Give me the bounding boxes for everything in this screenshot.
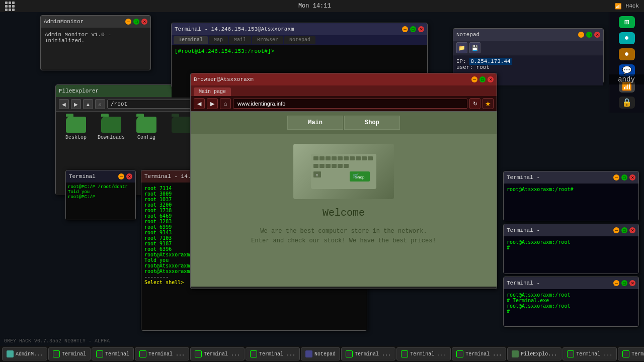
app-grid-icon[interactable] — [5, 2, 15, 11]
svg-rect-8 — [356, 156, 361, 160]
notepad-titlebar[interactable]: Notepad ─ □ ✕ — [453, 29, 603, 41]
browser-titlebar[interactable]: Browser@Atsxxoraxm ─ □ ✕ — [191, 73, 497, 85]
home-button[interactable]: ⌂ — [95, 99, 105, 109]
main-terminal-titlebar[interactable]: Terminal - 14.246.154.153@Atsxxoraxm ─ □… — [172, 23, 427, 35]
maximize-button[interactable]: □ — [479, 76, 486, 82]
admin-monitor-titlebar[interactable]: AdminMonitor ─ □ ✕ — [41, 16, 150, 28]
browser-url-bar[interactable] — [233, 99, 467, 109]
right-terminal-2-titlebar[interactable]: Terminal - ─ □ ✕ — [504, 224, 638, 236]
svg-rect-19 — [332, 164, 337, 168]
maximize-button[interactable]: □ — [621, 227, 627, 233]
taskbar-item-terminal-8[interactable]: Terminal ... — [452, 347, 506, 360]
taskbar-item-explorer[interactable]: FileExplo... — [507, 347, 561, 360]
browser-toolbar: ◀ ▶ ⌂ ↻ ★ — [191, 96, 497, 112]
taskbar-item-terminal-7[interactable]: Terminal ... — [396, 347, 451, 360]
right-term1-line: root@Atsxxoraxm:/root# — [507, 187, 635, 192]
notepad-open-button[interactable]: 📁 — [456, 42, 467, 53]
taskbar-item-admin[interactable]: AdminM... — [2, 347, 47, 360]
svg-rect-16 — [313, 164, 318, 168]
sidebar-icon-2[interactable]: ● — [619, 32, 635, 44]
taskbar-item-terminal-10[interactable]: Terminal ... — [618, 347, 644, 360]
close-button[interactable]: ✕ — [629, 227, 635, 233]
tab-browser[interactable]: Browser — [252, 36, 283, 44]
close-button[interactable]: ✕ — [629, 174, 635, 180]
right-terminal-1-titlebar[interactable]: Terminal - ─ □ ✕ — [504, 171, 638, 184]
minimize-button[interactable]: ─ — [613, 280, 619, 286]
svg-rect-10 — [368, 156, 373, 160]
small-terminal-titlebar[interactable]: Terminal ─ ✕ — [66, 170, 135, 183]
taskbar-label-terminal-2: Terminal — [105, 351, 129, 357]
browser-window: Browser@Atsxxoraxm ─ □ ✕ Main page ◀ ▶ ⌂… — [190, 73, 497, 289]
taskbar-label-terminal-8: Terminal ... — [465, 351, 502, 357]
right-terminal-3-titlebar[interactable]: Terminal - ─ □ ✕ — [504, 277, 638, 289]
browser-forward-button[interactable]: ▶ — [207, 98, 218, 109]
forward-button[interactable]: ▶ — [71, 99, 81, 109]
taskbar-label-terminal-9: Terminal ... — [576, 351, 612, 357]
tab-notepad[interactable]: Notepad — [284, 36, 315, 44]
taskbar-icon-terminal-6 — [346, 350, 353, 357]
close-button[interactable]: ✕ — [629, 280, 635, 286]
minimize-button[interactable]: ─ — [578, 32, 584, 38]
close-button[interactable]: ✕ — [126, 173, 132, 179]
close-button[interactable]: ✕ — [141, 19, 147, 25]
taskbar-label-admin: AdminM... — [16, 351, 43, 357]
taskbar-item-terminal-6[interactable]: Terminal ... — [341, 347, 395, 360]
admin-version-text: Admin Monitor v1.0 - Initialized. — [45, 32, 146, 44]
svg-rect-6 — [344, 156, 349, 160]
folder-label-desktop: Desktop — [65, 135, 87, 140]
window-controls: ─ □ ✕ — [402, 26, 424, 32]
maximize-button[interactable]: □ — [133, 19, 139, 25]
taskbar-item-terminal-5[interactable]: Terminal ... — [246, 347, 300, 360]
notepad-toolbar: 📁 💾 — [453, 41, 603, 55]
taskbar-item-terminal-4[interactable]: Terminal ... — [190, 347, 245, 360]
close-button[interactable]: ✕ — [488, 76, 494, 82]
minimize-button[interactable]: ─ — [613, 227, 619, 233]
taskbar-label-terminal-10: Terminal ... — [631, 351, 644, 357]
maximize-button[interactable]: □ — [410, 26, 416, 32]
minimize-button[interactable]: ─ — [118, 173, 124, 179]
right-terminal-2-body: root@Atsxxoraxm:/root # — [504, 236, 638, 274]
h4ck-label: H4ck — [626, 3, 639, 9]
taskbar-label-notepad: Notepad — [314, 351, 336, 357]
maximize-button[interactable]: □ — [586, 32, 592, 38]
right-term3-line-3: # — [507, 309, 635, 314]
up-button[interactable]: ▲ — [83, 99, 93, 109]
browser-nav-shop[interactable]: Shop — [344, 116, 400, 130]
browser-tab-main[interactable]: Main page — [194, 87, 231, 96]
top-bar-right: 📶 H4ck — [615, 3, 639, 10]
tab-mail[interactable]: Mail — [229, 36, 251, 44]
taskbar-icon-terminal-2 — [96, 350, 103, 357]
svg-rect-20 — [338, 164, 343, 168]
svg-text:#: # — [316, 173, 318, 177]
sidebar-icon-1[interactable]: ⊞ — [619, 16, 635, 28]
browser-back-button[interactable]: ◀ — [194, 98, 205, 109]
sidebar-icon-3[interactable]: ● — [619, 48, 635, 60]
taskbar-item-terminal-3[interactable]: Terminal ... — [135, 347, 189, 360]
svg-text:🛒: 🛒 — [353, 172, 359, 179]
taskbar-item-terminal-9[interactable]: Terminal ... — [562, 347, 617, 360]
browser-reload-button[interactable]: ↻ — [469, 98, 480, 109]
browser-favorite-button[interactable]: ★ — [482, 98, 494, 109]
taskbar-item-terminal-2[interactable]: Terminal — [92, 347, 134, 360]
back-button[interactable]: ◀ — [59, 99, 69, 109]
taskbar-icon-terminal-1 — [53, 350, 60, 357]
browser-nav-main[interactable]: Main — [287, 116, 343, 130]
sidebar-icon-6[interactable]: 🔒 — [619, 97, 635, 109]
minimize-button[interactable]: ─ — [471, 76, 477, 82]
tab-terminal[interactable]: Terminal — [174, 36, 208, 44]
notepad-save-button[interactable]: 💾 — [469, 42, 480, 53]
maximize-button[interactable]: □ — [621, 280, 627, 286]
close-button[interactable]: ✕ — [594, 32, 600, 38]
maximize-button[interactable]: □ — [621, 174, 627, 180]
close-button[interactable]: ✕ — [418, 26, 424, 32]
taskbar-item-terminal-1[interactable]: Terminal — [48, 347, 91, 360]
minimize-button[interactable]: ─ — [613, 174, 619, 180]
minimize-button[interactable]: ─ — [402, 26, 408, 32]
minimize-button[interactable]: ─ — [125, 19, 131, 25]
folder-icon-desktop — [66, 117, 86, 133]
browser-home-button[interactable]: ⌂ — [220, 98, 231, 109]
tab-map[interactable]: Map — [209, 36, 228, 44]
right-term3-line-0: root@Atsxxoraxm:/root — [507, 292, 635, 298]
taskbar-icon-terminal-5 — [250, 350, 257, 357]
taskbar-item-notepad[interactable]: Notepad — [301, 347, 340, 360]
